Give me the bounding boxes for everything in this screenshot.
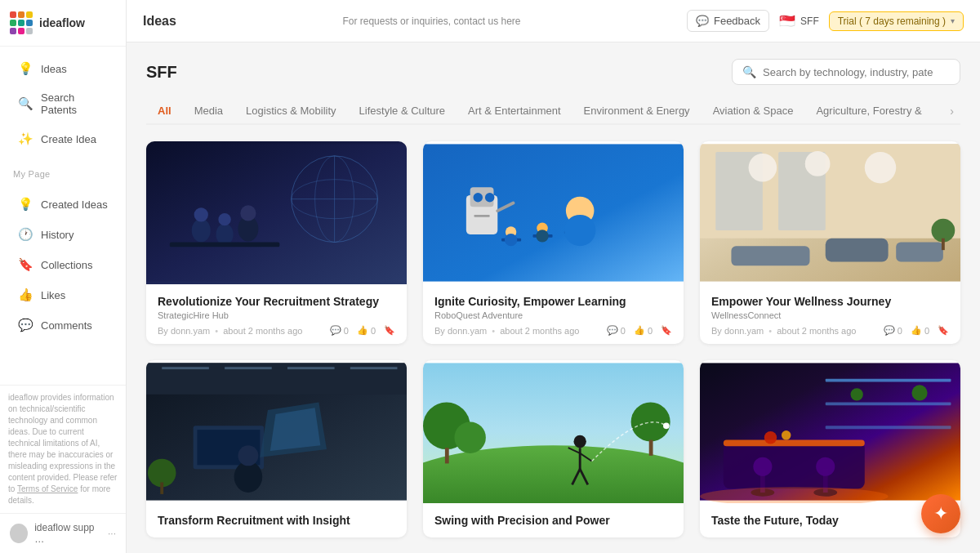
tab-lifestyle[interactable]: Lifestyle & Culture bbox=[348, 98, 457, 125]
card-image-3 bbox=[700, 141, 960, 284]
tab-environment[interactable]: Environment & Energy bbox=[572, 98, 702, 125]
org-badge: 🇸🇬 SFF bbox=[779, 13, 819, 29]
user-name: ideaflow supp … bbox=[34, 522, 101, 545]
svg-rect-43 bbox=[162, 367, 209, 369]
card-image-2 bbox=[423, 141, 684, 284]
tab-art[interactable]: Art & Entertainment bbox=[457, 98, 572, 125]
card-image-5 bbox=[423, 360, 684, 503]
bookmark-action-2[interactable]: 🔖 bbox=[661, 325, 672, 336]
logo-text: ideaflow bbox=[39, 16, 85, 29]
like-icon-2: 👍 bbox=[634, 325, 645, 336]
chevron-down-icon: ▾ bbox=[951, 16, 955, 25]
feedback-button[interactable]: 💬 Feedback bbox=[687, 10, 769, 32]
svg-point-35 bbox=[865, 152, 896, 183]
trial-badge[interactable]: Trial ( 7 days remaining ) ▾ bbox=[829, 11, 964, 31]
create-idea-icon: ✨ bbox=[18, 132, 33, 146]
content-area: SFF 🔍 All Media Logistics & Mobility Lif… bbox=[127, 42, 980, 553]
card-subtitle-2: RoboQuest Adventure bbox=[434, 310, 672, 320]
svg-rect-60 bbox=[649, 440, 653, 456]
search-input[interactable] bbox=[763, 66, 950, 78]
svg-point-61 bbox=[454, 422, 485, 453]
like-action-3[interactable]: 👍 0 bbox=[911, 325, 929, 336]
user-more-icon[interactable]: ··· bbox=[108, 528, 116, 539]
sidebar-item-likes[interactable]: 👍 Likes bbox=[5, 280, 121, 310]
comment-action-1[interactable]: 💬 0 bbox=[330, 325, 349, 336]
tab-aviation[interactable]: Aviation & Space bbox=[702, 98, 805, 125]
svg-rect-70 bbox=[826, 379, 951, 382]
card-title-4: Transform Recruitment with Insight bbox=[158, 513, 395, 528]
svg-rect-25 bbox=[474, 215, 489, 217]
card-body-4: Transform Recruitment with Insight bbox=[146, 503, 407, 537]
main-nav: 💡 Ideas 🔍 Search Patents ✨ Create Idea bbox=[0, 47, 126, 161]
sidebar-item-history[interactable]: 🕐 History bbox=[5, 220, 121, 249]
idea-card-1[interactable]: Revolutionize Your Recruitment Strategy … bbox=[146, 141, 407, 344]
idea-card-2[interactable]: Ignite Curiosity, Empower Learning RoboQ… bbox=[423, 141, 684, 344]
feedback-icon: 💬 bbox=[696, 15, 709, 27]
sidebar: ideaflow 💡 Ideas 🔍 Search Patents ✨ Crea… bbox=[0, 0, 127, 553]
bookmark-action-3[interactable]: 🔖 bbox=[938, 325, 949, 336]
sidebar-item-label-comments: Comments bbox=[41, 319, 92, 332]
comments-icon: 💬 bbox=[18, 318, 33, 332]
idea-card-5[interactable]: Swing with Precision and Power bbox=[423, 360, 684, 537]
fab-button[interactable]: ✦ bbox=[921, 494, 960, 533]
idea-card-3[interactable]: Empower Your Wellness Journey WellnessCo… bbox=[700, 141, 960, 344]
logo-icon bbox=[10, 11, 33, 34]
topbar-right: 💬 Feedback 🇸🇬 SFF Trial ( 7 days remaini… bbox=[687, 10, 964, 32]
sidebar-item-comments[interactable]: 💬 Comments bbox=[5, 310, 121, 340]
svg-point-7 bbox=[194, 207, 208, 221]
sidebar-item-create-idea[interactable]: ✨ Create Idea bbox=[5, 124, 121, 154]
tab-agriculture[interactable]: Agriculture, Forestry & bbox=[804, 98, 933, 125]
svg-rect-45 bbox=[287, 367, 335, 369]
sidebar-item-ideas[interactable]: 💡 Ideas bbox=[5, 54, 121, 83]
tabs-scroll-right-icon[interactable]: › bbox=[943, 101, 960, 121]
comment-icon-2: 💬 bbox=[607, 325, 618, 336]
footer-text: ideaflow provides information on technic… bbox=[8, 393, 117, 493]
bookmark-icon-2: 🔖 bbox=[661, 325, 672, 336]
svg-point-52 bbox=[238, 446, 258, 466]
collections-icon: 🔖 bbox=[18, 257, 33, 272]
svg-rect-58 bbox=[445, 448, 449, 463]
like-icon: 👍 bbox=[357, 325, 368, 336]
svg-point-68 bbox=[663, 423, 670, 430]
svg-point-73 bbox=[850, 388, 862, 400]
org-code: SFF bbox=[800, 16, 819, 27]
sidebar-item-created-ideas[interactable]: 💡 Created Ideas bbox=[5, 190, 121, 219]
card-image-4 bbox=[146, 360, 407, 503]
svg-point-24 bbox=[485, 193, 495, 203]
sidebar-item-search-patents[interactable]: 🔍 Search Patents bbox=[5, 84, 121, 123]
svg-rect-44 bbox=[225, 367, 272, 369]
search-box[interactable]: 🔍 bbox=[732, 59, 960, 85]
trial-label: Trial ( 7 days remaining ) bbox=[838, 16, 946, 27]
svg-rect-71 bbox=[826, 403, 951, 406]
svg-rect-12 bbox=[170, 243, 280, 248]
tab-media[interactable]: Media bbox=[183, 98, 234, 125]
like-action-1[interactable]: 👍 0 bbox=[357, 325, 376, 336]
fab-icon: ✦ bbox=[933, 503, 948, 524]
like-action-2[interactable]: 👍 0 bbox=[634, 325, 653, 336]
search-icon: 🔍 bbox=[742, 65, 756, 78]
svg-rect-37 bbox=[896, 243, 943, 262]
org-flag-icon: 🇸🇬 bbox=[779, 13, 795, 29]
card-title-1: Revolutionize Your Recruitment Strategy bbox=[158, 294, 395, 309]
bookmark-icon: 🔖 bbox=[384, 325, 395, 336]
sidebar-item-label-created: Created Ideas bbox=[41, 198, 108, 211]
tab-all[interactable]: All bbox=[146, 98, 183, 125]
comment-action-2[interactable]: 💬 0 bbox=[607, 325, 626, 336]
svg-point-18 bbox=[505, 234, 517, 246]
tab-logistics[interactable]: Logistics & Mobility bbox=[234, 98, 348, 125]
idea-card-4[interactable]: Transform Recruitment with Insight bbox=[146, 360, 407, 537]
comment-action-3[interactable]: 💬 0 bbox=[884, 325, 902, 336]
likes-icon: 👍 bbox=[18, 288, 33, 302]
sidebar-item-collections[interactable]: 🔖 Collections bbox=[5, 250, 121, 279]
logo-area[interactable]: ideaflow bbox=[0, 0, 126, 47]
comment-icon: 💬 bbox=[330, 325, 341, 336]
card-body-5: Swing with Precision and Power bbox=[423, 503, 684, 537]
sidebar-item-label-search: Search Patents bbox=[41, 91, 108, 116]
sidebar-user[interactable]: ideaflow supp … ··· bbox=[0, 513, 126, 553]
terms-link[interactable]: Terms of Service bbox=[17, 484, 78, 493]
bookmark-action-1[interactable]: 🔖 bbox=[384, 325, 395, 336]
content-title: SFF bbox=[146, 63, 177, 82]
svg-point-23 bbox=[473, 193, 483, 203]
card-author-1: By donn.yam • about 2 months ago bbox=[158, 326, 302, 336]
svg-point-84 bbox=[764, 431, 777, 444]
